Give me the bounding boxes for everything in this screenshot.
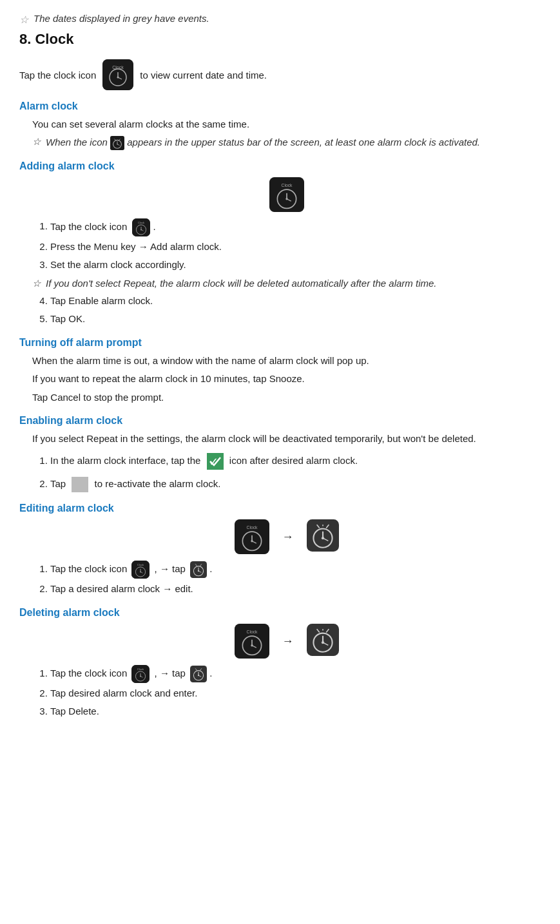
editing-arrow: → [282,530,294,544]
step1-clock-icon: Clock [132,218,150,236]
enabling-step-1: In the alarm clock interface, tap the ic… [50,453,541,470]
svg-text:Clock: Clock [246,630,258,634]
turning-off-p3: Tap Cancel to stop the prompt. [32,390,541,405]
svg-text:Clock: Clock [246,525,258,530]
deleting-arrow: → [282,635,294,648]
alarm-icon-note: ☆ When the icon appears in the upper sta… [32,136,541,150]
list-item: Tap the clock icon Clock , → tap [50,561,541,579]
adding-heading: Adding alarm clock [19,160,541,172]
enabling-step-2: Tap to re-activate the alarm clock. [50,476,541,493]
adding-clock-icon: Clock [269,177,304,212]
list-item: Set the alarm clock accordingly. [50,257,541,273]
turning-off-heading: Turning off alarm prompt [19,337,541,349]
turning-off-content: When the alarm time is out, a window wit… [32,354,541,405]
enabling-content: If you select Repeat in the settings, th… [32,432,541,492]
enabling-steps: In the alarm clock interface, tap the ic… [50,453,541,493]
clock-icon-main: Clock [102,59,133,90]
star-icon-3: ☆ [32,278,41,289]
adding-content: Clock Tap the clock icon Clock [32,177,541,327]
section-title: 8. Clock [19,31,541,48]
adding-steps: Tap the clock icon Clock . Press the Men… [50,218,541,273]
turning-off-p1: When the alarm time is out, a window wit… [32,354,541,369]
svg-text:Clock: Clock [137,563,144,566]
list-item: Tap desired alarm clock and enter. [50,686,541,701]
star-icon: ☆ [19,14,28,26]
adding-steps-cont: Tap Enable alarm clock. Tap OK. [50,293,541,327]
list-item: Tap the clock icon Clock . [50,218,541,236]
svg-text:Clock: Clock [138,221,145,224]
top-note: ☆ The dates displayed in grey have event… [19,13,541,26]
alarm-status-icon [110,136,124,150]
list-item: Tap Enable alarm clock. [50,293,541,309]
enabling-heading: Enabling alarm clock [19,415,541,427]
deleting-content: Clock → Tap the clock icon [32,624,541,719]
clock-intro-row: Tap the clock icon Clock to view current… [19,59,541,90]
list-item: Tap the clock icon Clock , → tap [50,665,541,683]
deleting-clock-icon: Clock [235,624,269,659]
checkbox-empty-icon [72,477,88,492]
deleting-steps: Tap the clock icon Clock , → tap [50,665,541,719]
delete-step1-clock: Clock [131,665,150,683]
editing-clock-icon: Clock [235,519,269,554]
list-item: Press the Menu key → Add alarm clock. [50,239,541,255]
delete-step1-alarm [190,666,207,682]
svg-text:Clock: Clock [137,668,144,671]
deleting-alarm-icon [307,624,339,656]
turning-off-p2: If you want to repeat the alarm clock in… [32,372,541,387]
alarm-clock-heading: Alarm clock [19,101,541,112]
clock-intro-after: to view current date and time. [140,70,267,81]
alarm-intro: You can set several alarm clocks at the … [32,117,541,132]
edit-step1-alarm [190,561,207,578]
editing-heading: Editing alarm clock [19,503,541,514]
list-item: Tap a desired alarm clock → edit. [50,581,541,597]
editing-steps: Tap the clock icon Clock , → tap [50,561,541,597]
adding-star-note: ☆ If you don't select Repeat, the alarm … [32,278,541,289]
edit-step1-clock: Clock [131,561,150,579]
clock-intro-before: Tap the clock icon [19,70,96,81]
enabling-p1: If you select Repeat in the settings, th… [32,432,541,447]
svg-text:Clock: Clock [281,182,293,187]
list-item: Tap OK. [50,311,541,327]
editing-content: Clock → Tap the clock icon [32,519,541,597]
editing-alarm-icon [307,519,339,552]
checkbox-checked-icon [207,453,224,470]
svg-rect-25 [207,453,224,470]
deleting-heading: Deleting alarm clock [19,607,541,619]
star-icon-2: ☆ [32,136,41,148]
list-item: Tap Delete. [50,704,541,719]
